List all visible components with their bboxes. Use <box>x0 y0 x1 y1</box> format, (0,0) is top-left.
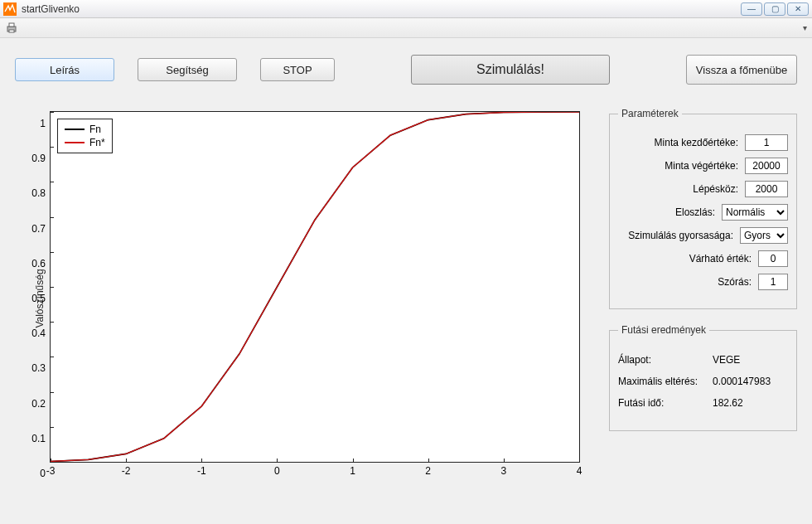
result-state-value: VEGE <box>713 354 740 366</box>
param-speed-label: Szimulálás gyorsasága: <box>618 230 733 241</box>
app-icon <box>3 2 17 16</box>
top-button-row: Leírás Segítség STOP Szimulálás! Vissza … <box>15 55 797 85</box>
param-dist-select[interactable]: Normális <box>722 204 788 221</box>
param-std-label: Szórás: <box>618 276 752 288</box>
result-maxdev-value: 0.000147983 <box>713 376 771 387</box>
toolbar: ▾ <box>0 18 812 38</box>
simulate-button[interactable]: Szimulálás! <box>411 55 610 85</box>
results-legend: Futási eredmények <box>618 324 709 336</box>
param-mean-input[interactable] <box>758 250 788 267</box>
parameters-legend: Paraméterek <box>618 108 682 119</box>
window-title: startGlivenko <box>22 3 739 15</box>
toolbar-chevron-icon[interactable]: ▾ <box>803 23 807 32</box>
main-row: Valószínűség Fn Fn* -3-2-10123400.10.20.… <box>15 108 797 489</box>
plot: Fn Fn* -3-2-10123400.10.20.30.40.50.60.7… <box>50 111 580 463</box>
param-std: Szórás: <box>618 274 788 290</box>
result-time: Futási idő: 182.62 <box>618 397 788 409</box>
chart-area: Valószínűség Fn Fn* -3-2-10123400.10.20.… <box>15 108 592 489</box>
description-button[interactable]: Leírás <box>15 58 114 81</box>
param-mean: Várható érték: <box>618 250 788 267</box>
param-speed: Szimulálás gyorsasága: Gyors <box>618 227 788 244</box>
param-step-input[interactable] <box>745 181 788 197</box>
param-mean-label: Várható érték: <box>618 253 752 264</box>
result-maxdev: Maximális eltérés: 0.000147983 <box>618 376 788 387</box>
minimize-button[interactable]: — <box>741 2 762 16</box>
param-end: Minta végértéke: <box>618 158 788 174</box>
param-std-input[interactable] <box>758 274 788 290</box>
param-start-input[interactable] <box>745 134 788 151</box>
titlebar: startGlivenko — ▢ ✕ <box>0 0 812 18</box>
close-button[interactable]: ✕ <box>787 2 809 16</box>
result-time-value: 182.62 <box>713 397 743 409</box>
result-maxdev-label: Maximális eltérés: <box>618 376 704 387</box>
param-step: Lépésköz: <box>618 181 788 197</box>
param-dist-label: Eloszlás: <box>618 206 715 218</box>
help-button[interactable]: Segítség <box>138 58 237 81</box>
param-end-label: Minta végértéke: <box>618 160 738 172</box>
param-speed-select[interactable]: Gyors <box>740 227 788 244</box>
parameters-fieldset: Paraméterek Minta kezdőértéke: Minta vég… <box>609 108 797 309</box>
stop-button[interactable]: STOP <box>260 58 335 81</box>
param-dist: Eloszlás: Normális <box>618 204 788 221</box>
param-start: Minta kezdőértéke: <box>618 134 788 151</box>
param-end-input[interactable] <box>745 158 788 174</box>
results-fieldset: Futási eredmények Állapot: VEGE Maximáli… <box>609 324 797 431</box>
param-start-label: Minta kezdőértéke: <box>618 137 738 148</box>
result-state: Állapot: VEGE <box>618 354 788 366</box>
svg-rect-3 <box>9 30 14 32</box>
content-area: Leírás Segítség STOP Szimulálás! Vissza … <box>0 38 812 524</box>
side-panel: Paraméterek Minta kezdőértéke: Minta vég… <box>609 108 797 489</box>
param-step-label: Lépésköz: <box>618 183 738 195</box>
print-icon[interactable] <box>5 22 18 35</box>
result-state-label: Állapot: <box>618 354 704 366</box>
result-time-label: Futási idő: <box>618 397 704 409</box>
svg-rect-2 <box>9 23 14 27</box>
maximize-button[interactable]: ▢ <box>764 2 785 16</box>
back-to-main-button[interactable]: Vissza a főmenübe <box>686 55 797 85</box>
